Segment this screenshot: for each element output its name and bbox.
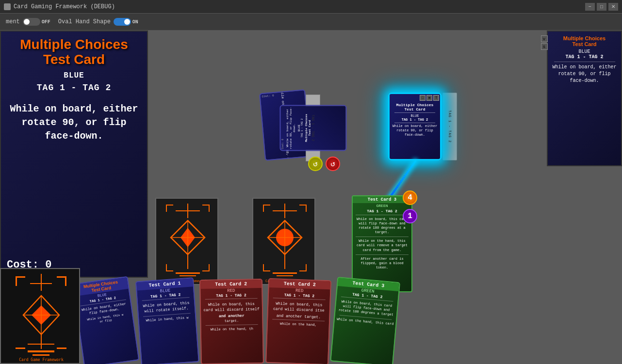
tc3-desc1: While on board, this card will flip face… bbox=[353, 216, 411, 236]
hand-cards: Multiple ChoicesTest Card BLUE TAG 1 - T… bbox=[80, 274, 622, 364]
panel-tags: TAG 1 - TAG 2 bbox=[37, 83, 111, 93]
badge-4: 4 bbox=[403, 190, 417, 205]
window-title: Card Gaming Framework (DEBUG) bbox=[14, 3, 115, 10]
toggle-group-2: Oval Hand Shape ON bbox=[58, 18, 138, 26]
svg-rect-55 bbox=[273, 272, 297, 274]
window-controls[interactable]: − □ ✕ bbox=[585, 3, 618, 11]
left-panel: Multiple ChoicesTest Card BLUE TAG 1 - T… bbox=[0, 31, 148, 278]
hand-card-test2b[interactable]: Test Card 2 RED TAG 1 - TAG 2 While on b… bbox=[265, 278, 331, 364]
toggle2-track[interactable] bbox=[114, 18, 131, 26]
badge-1: 1 bbox=[403, 209, 417, 223]
glowing-card-group[interactable]: □ ⊞ T Multiple ChoicesTest Card BLUE TAG… bbox=[388, 93, 485, 163]
toggle2-label: Oval Hand Shape bbox=[58, 18, 111, 25]
flip-button[interactable]: ↺ bbox=[326, 157, 340, 171]
rotate-button[interactable]: ↺ bbox=[308, 157, 323, 171]
tc2b-desc: While on board, this card will discard i… bbox=[268, 299, 330, 315]
card-sidebar: TAG 1 - TAG 2 bbox=[442, 93, 457, 160]
svg-rect-44 bbox=[299, 205, 307, 206]
flip-icon: ↺ bbox=[330, 159, 335, 169]
svg-rect-24 bbox=[166, 205, 167, 212]
svg-rect-18 bbox=[33, 354, 49, 356]
svg-rect-42 bbox=[263, 205, 270, 206]
right-panel-inner: V S Multiple ChoicesTest Card BLUE TAG 1… bbox=[551, 35, 619, 84]
svg-rect-54 bbox=[306, 264, 307, 271]
toggle2-knob bbox=[124, 19, 130, 25]
svg-rect-36 bbox=[176, 272, 200, 274]
svg-rect-52 bbox=[263, 264, 264, 271]
card-toolbar-icons[interactable]: □ ⊞ T bbox=[420, 95, 439, 101]
svg-rect-4 bbox=[16, 276, 17, 286]
restore-button[interactable]: □ bbox=[597, 3, 606, 11]
s-button[interactable]: S bbox=[541, 43, 548, 50]
minimize-button[interactable]: − bbox=[585, 3, 595, 11]
svg-rect-34 bbox=[202, 270, 210, 271]
toggle2-state-label: ON bbox=[132, 19, 138, 25]
right-panel-tags: TAG 1 - TAG 2 bbox=[551, 54, 619, 60]
toggle1-switch[interactable]: OFF bbox=[23, 18, 50, 26]
framework-board-card-2[interactable]: Card Game Framework bbox=[252, 198, 315, 285]
rotated-cards-group: Cost: 0 While on board, either rotate 90… bbox=[264, 93, 361, 163]
right-info-panel: V S Multiple ChoicesTest Card BLUE TAG 1… bbox=[547, 31, 622, 166]
svg-rect-23 bbox=[166, 205, 173, 206]
tc2a-tags: TAG 1 - TAG 2 bbox=[200, 293, 262, 298]
svg-rect-43 bbox=[263, 205, 264, 212]
card-icon-3[interactable]: T bbox=[433, 95, 439, 101]
framework-board-card-1[interactable]: Card Game Framework bbox=[155, 198, 218, 285]
card-icon-1[interactable]: □ bbox=[420, 95, 426, 101]
tc3-desc3: After another card is flipped, gain a bl… bbox=[353, 256, 411, 271]
v-button[interactable]: V bbox=[541, 35, 548, 42]
toggle1-track[interactable] bbox=[23, 18, 40, 26]
svg-rect-6 bbox=[65, 276, 66, 286]
card-art-svg: Card Game Framework bbox=[1, 269, 80, 364]
toggle1-label: ment bbox=[6, 18, 20, 25]
svg-rect-35 bbox=[209, 264, 210, 271]
tc2a-target: target. bbox=[201, 317, 262, 324]
tc2b-hand-text: While on the hand, bbox=[268, 320, 329, 328]
svg-rect-51 bbox=[263, 270, 270, 271]
card-icon-2[interactable]: ⊞ bbox=[426, 95, 432, 101]
tc2a-title: Test Card 2 bbox=[200, 280, 262, 289]
panel-title: Multiple ChoicesTest Card bbox=[20, 37, 128, 67]
toggle-group-1: ment OFF bbox=[6, 18, 50, 26]
panel-subtitle: BLUE bbox=[64, 71, 84, 80]
svg-text:Card Game Framework: Card Game Framework bbox=[19, 358, 64, 362]
toggle2-switch[interactable]: ON bbox=[114, 18, 138, 26]
tc3-tags: TAG 1 - TAG 2 bbox=[353, 208, 411, 214]
title-bar: Card Gaming Framework (DEBUG) − □ ✕ bbox=[0, 0, 622, 14]
hand-card-test1[interactable]: Test Card 1 BLUE TAG 1 - TAG 2 While on … bbox=[135, 277, 199, 364]
hand-card-multiple-choices[interactable]: Multiple ChoicesTest Card BLUE TAG 1 - T… bbox=[80, 276, 139, 364]
svg-rect-17 bbox=[28, 350, 54, 352]
rotate-icon: ↺ bbox=[313, 159, 318, 169]
svg-rect-33 bbox=[166, 264, 167, 271]
toggle1-state-label: OFF bbox=[42, 19, 50, 25]
vs-buttons[interactable]: V S bbox=[541, 35, 548, 50]
app-icon bbox=[4, 3, 11, 10]
toggle1-knob bbox=[24, 19, 30, 25]
tc3-color: GREEN bbox=[353, 203, 411, 208]
board-card-art-2: Card Game Framework bbox=[253, 199, 315, 285]
tc2a-hand-text: While on the hand, th bbox=[201, 326, 262, 332]
tc3-desc2: While on the hand, this card will remove… bbox=[353, 238, 411, 253]
card-action-buttons[interactable]: ↺ ↺ bbox=[308, 157, 340, 171]
framework-card-bottom-left[interactable]: Card Game Framework bbox=[0, 268, 80, 364]
game-area: Multiple ChoicesTest Card BLUE TAG 1 - T… bbox=[0, 31, 622, 364]
right-panel-content: Multiple ChoicesTest Card BLUE TAG 1 - T… bbox=[551, 35, 619, 84]
svg-rect-32 bbox=[166, 270, 173, 271]
svg-rect-26 bbox=[209, 205, 210, 212]
svg-rect-13 bbox=[16, 348, 25, 349]
selected-card-glow[interactable]: □ ⊞ T Multiple ChoicesTest Card BLUE TAG… bbox=[388, 93, 442, 160]
panel-description: While on board, either rotate 90, or fli… bbox=[7, 102, 141, 259]
right-panel-subtitle: BLUE bbox=[551, 49, 619, 54]
title-bar-left: Card Gaming Framework (DEBUG) bbox=[4, 3, 115, 10]
close-button[interactable]: ✕ bbox=[608, 3, 618, 11]
toolbar: ment OFF Oval Hand Shape ON bbox=[0, 14, 622, 31]
svg-rect-45 bbox=[306, 205, 307, 212]
hand-card-test2a[interactable]: Test Card 2 RED TAG 1 - TAG 2 While on b… bbox=[199, 279, 264, 364]
board-card-art-1: Card Game Framework bbox=[156, 199, 218, 285]
right-panel-desc: While on board, either rotate 90, or fli… bbox=[551, 64, 619, 84]
svg-rect-25 bbox=[202, 205, 210, 206]
right-panel-title: Multiple ChoicesTest Card bbox=[551, 35, 619, 47]
sidebar-tag-text: TAG 1 - TAG 2 bbox=[448, 110, 452, 143]
svg-rect-15 bbox=[57, 348, 66, 349]
hand-card-test3[interactable]: Test Card 3 GREEN TAG 1 - TAG 2 While on… bbox=[330, 277, 400, 364]
